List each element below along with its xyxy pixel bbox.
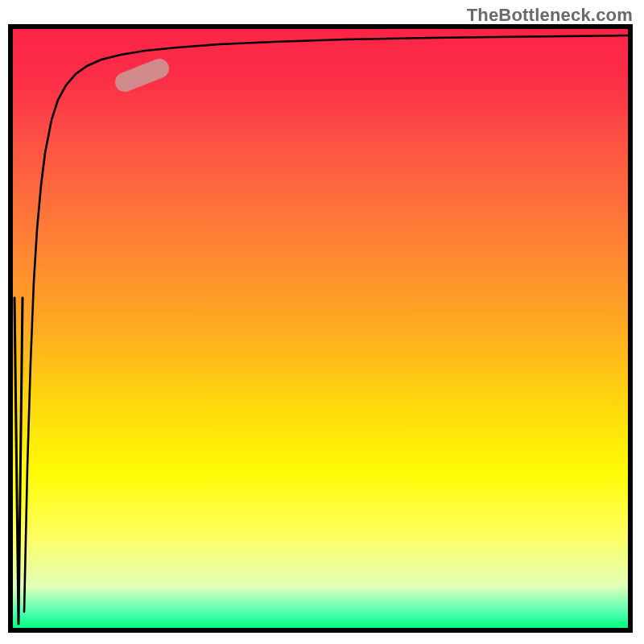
highlight-marker [125, 68, 159, 82]
chart-stage: TheBottleneck.com [0, 0, 644, 644]
vertical-spike [14, 298, 23, 624]
bottleneck-curve [24, 35, 628, 612]
chart-overlay-svg [13, 29, 628, 628]
plot-area [8, 24, 633, 633]
watermark-text: TheBottleneck.com [467, 5, 633, 26]
